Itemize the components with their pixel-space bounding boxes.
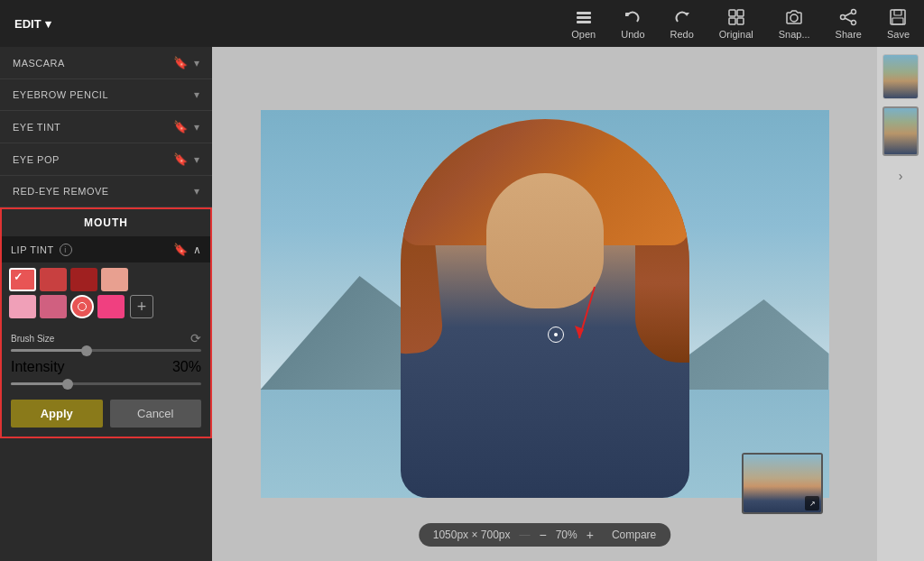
- apply-button[interactable]: Apply: [11, 400, 103, 428]
- sidebar-item-mascara[interactable]: MASCARA 🔖 ▾: [0, 47, 212, 79]
- lip-tint-label: LIP TINT: [11, 244, 54, 255]
- mascara-label: MASCARA: [13, 58, 65, 69]
- eye-pop-chevron-icon: ▾: [194, 153, 200, 166]
- mascara-chevron-icon: ▾: [194, 57, 200, 69]
- brush-size-label: Brush Size: [11, 334, 54, 344]
- mouth-content: LIP TINT i 🔖 ∧: [2, 236, 210, 437]
- sidebar-item-eyebrow[interactable]: EYEBROW PENCIL ▾: [0, 79, 212, 111]
- canvas-area: 1050px × 700px — − 70% + Compare ↗: [212, 47, 877, 561]
- svg-rect-1: [577, 16, 591, 19]
- intensity-value: 30%: [172, 359, 201, 375]
- save-icon: [888, 7, 908, 27]
- intensity-slider-container: [2, 382, 210, 391]
- intensity-label: Intensity: [11, 359, 65, 375]
- eye-tint-label: EYE TINT: [13, 122, 60, 133]
- open-button[interactable]: Open: [571, 7, 596, 40]
- lip-tint-info-icon[interactable]: i: [60, 244, 72, 256]
- open-icon: [574, 7, 594, 27]
- redo-button[interactable]: Redo: [670, 7, 694, 40]
- thumbnail-expand-icon[interactable]: ↗: [805, 496, 819, 510]
- snapshot-label: Snap...: [779, 29, 810, 40]
- thumbnail-image: ↗: [744, 455, 821, 512]
- svg-rect-5: [729, 18, 735, 24]
- original-button[interactable]: Original: [719, 7, 753, 40]
- compare-button[interactable]: Compare: [612, 529, 656, 541]
- share-label: Share: [836, 29, 862, 40]
- swatch-4[interactable]: [101, 268, 128, 291]
- swatch-3[interactable]: [70, 268, 97, 291]
- lip-tint-chevron-icon: ∧: [193, 244, 201, 256]
- edit-arrow-icon: ▾: [45, 17, 51, 31]
- right-thumbnail-1[interactable]: [882, 54, 919, 99]
- edit-mode-label[interactable]: EDIT ▾: [14, 17, 51, 31]
- redo-icon: [672, 7, 692, 27]
- brush-size-slider[interactable]: [11, 349, 201, 352]
- svg-rect-0: [577, 12, 591, 14]
- svg-rect-6: [737, 18, 744, 24]
- toolbar-icons: Open Undo Redo Original: [571, 7, 910, 40]
- share-icon: [838, 7, 858, 27]
- face-skin: [486, 173, 604, 308]
- save-label: Save: [887, 29, 910, 40]
- svg-rect-15: [892, 18, 903, 24]
- svg-rect-4: [737, 10, 744, 16]
- swatches-row-2: +: [2, 295, 210, 326]
- lip-tint-bookmark-icon: 🔖: [173, 243, 188, 256]
- mountain-right: [667, 299, 829, 390]
- lip-tint-row[interactable]: LIP TINT i 🔖 ∧: [2, 236, 210, 262]
- undo-button[interactable]: Undo: [621, 7, 644, 40]
- photo-container: [261, 110, 829, 498]
- brush-size-section: Brush Size ⟳: [2, 326, 210, 355]
- thumbnail-container: ↗: [742, 453, 823, 514]
- eye-pop-label: EYE POP: [13, 154, 60, 165]
- eye-tint-chevron-icon: ▾: [194, 121, 200, 133]
- svg-rect-14: [894, 10, 901, 15]
- snapshot-button[interactable]: Snap...: [779, 7, 810, 40]
- red-eye-chevron-icon: ▾: [194, 185, 200, 198]
- swatch-8[interactable]: [97, 295, 125, 318]
- eyebrow-label: EYEBROW PENCIL: [13, 89, 108, 100]
- right-panel-arrow-icon[interactable]: ›: [892, 167, 910, 185]
- sidebar-item-red-eye[interactable]: RED-EYE REMOVE ▾: [0, 176, 212, 207]
- bottom-bar: 1050px × 700px — − 70% + Compare: [419, 523, 671, 547]
- intensity-row: Intensity 30%: [2, 355, 210, 381]
- share-button[interactable]: Share: [836, 7, 862, 40]
- main-layout: MASCARA 🔖 ▾ EYEBROW PENCIL ▾ EYE TINT 🔖 …: [0, 47, 924, 561]
- cancel-button[interactable]: Cancel: [110, 400, 202, 428]
- lip-crosshair: [548, 326, 564, 343]
- swatch-7-circle[interactable]: [70, 295, 94, 318]
- sidebar: MASCARA 🔖 ▾ EYEBROW PENCIL ▾ EYE TINT 🔖 …: [0, 47, 212, 561]
- svg-point-9: [841, 15, 845, 20]
- open-label: Open: [571, 29, 596, 40]
- mouth-section: MOUTH LIP TINT i 🔖 ∧: [0, 207, 212, 438]
- svg-rect-3: [729, 10, 735, 16]
- undo-label: Undo: [621, 29, 644, 40]
- red-eye-label: RED-EYE REMOVE: [13, 186, 109, 197]
- swatch-1[interactable]: [9, 268, 36, 291]
- photo-background: [261, 110, 829, 498]
- svg-line-12: [845, 18, 852, 22]
- original-icon: [726, 7, 746, 27]
- zoom-in-button[interactable]: +: [587, 528, 594, 542]
- toolbar: EDIT ▾ Open Undo Redo: [0, 0, 924, 47]
- swatch-5[interactable]: [9, 295, 36, 318]
- mascara-bookmark-icon: 🔖: [173, 56, 189, 69]
- swatches-row-1: [2, 262, 210, 295]
- add-swatch-button[interactable]: +: [130, 295, 153, 318]
- swatch-6[interactable]: [40, 295, 67, 318]
- sidebar-item-eye-pop[interactable]: EYE POP 🔖 ▾: [0, 143, 212, 176]
- svg-rect-2: [577, 21, 591, 23]
- person-figure: [401, 119, 689, 498]
- svg-point-10: [852, 21, 856, 25]
- zoom-out-button[interactable]: −: [539, 528, 546, 542]
- swatch-2[interactable]: [40, 268, 67, 291]
- mouth-header: MOUTH: [2, 209, 210, 236]
- right-thumbnail-main[interactable]: [882, 106, 919, 156]
- save-button[interactable]: Save: [887, 7, 910, 40]
- intensity-slider[interactable]: [11, 382, 201, 385]
- sidebar-item-eye-tint[interactable]: EYE TINT 🔖 ▾: [0, 111, 212, 143]
- eye-pop-bookmark-icon: 🔖: [173, 152, 189, 166]
- eye-tint-bookmark-icon: 🔖: [173, 120, 189, 133]
- canvas-dimensions: 1050px × 700px: [433, 529, 511, 541]
- brush-reset-icon[interactable]: ⟳: [190, 331, 201, 345]
